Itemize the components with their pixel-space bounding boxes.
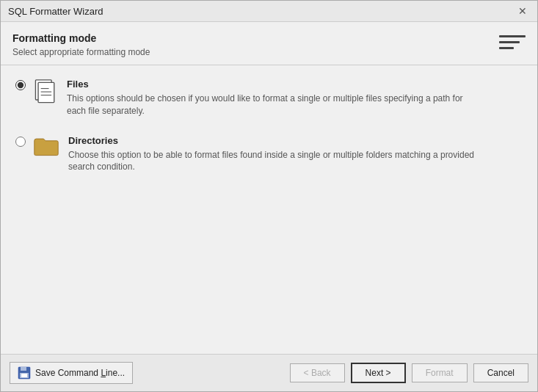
- folders-icon: [33, 135, 59, 157]
- directories-label: Directories: [68, 135, 479, 146]
- footer: Save Command Line... < Back Next > Forma…: [1, 354, 537, 391]
- directories-radio[interactable]: [15, 137, 26, 147]
- content-area: Files This options should be chosen if y…: [1, 65, 537, 354]
- hamburger-icon: [499, 32, 526, 49]
- files-description: This options should be chosen if you wou…: [67, 92, 478, 117]
- files-option: Files This options should be chosen if y…: [15, 79, 523, 117]
- header-subtitle: Select appropriate formatting mode: [12, 47, 150, 57]
- floppy-disk-icon: [18, 366, 31, 380]
- next-button[interactable]: Next >: [351, 363, 406, 383]
- save-command-line-label: Save Command Line...: [35, 368, 125, 378]
- header-section: Formatting mode Select appropriate forma…: [1, 22, 537, 65]
- back-button[interactable]: < Back: [290, 363, 345, 382]
- save-command-line-button[interactable]: Save Command Line...: [10, 362, 133, 384]
- files-label: Files: [67, 79, 478, 90]
- files-icon: [33, 79, 58, 106]
- svg-rect-8: [21, 374, 27, 377]
- sql-formatter-dialog: SQL Formatter Wizard ✕ Formatting mode S…: [0, 0, 538, 392]
- header-title: Formatting mode: [12, 32, 150, 44]
- format-button[interactable]: Format: [412, 363, 468, 382]
- title-bar: SQL Formatter Wizard ✕: [1, 1, 537, 22]
- cancel-button[interactable]: Cancel: [473, 363, 528, 382]
- header-text: Formatting mode Select appropriate forma…: [12, 32, 150, 57]
- close-button[interactable]: ✕: [515, 5, 530, 17]
- directories-option: Directories Choose this option to be abl…: [15, 135, 523, 174]
- svg-rect-6: [21, 367, 26, 371]
- svg-rect-1: [38, 82, 54, 102]
- files-radio[interactable]: [15, 80, 26, 90]
- dialog-title: SQL Formatter Wizard: [8, 6, 103, 17]
- directories-description: Choose this option to be able to format …: [68, 149, 479, 174]
